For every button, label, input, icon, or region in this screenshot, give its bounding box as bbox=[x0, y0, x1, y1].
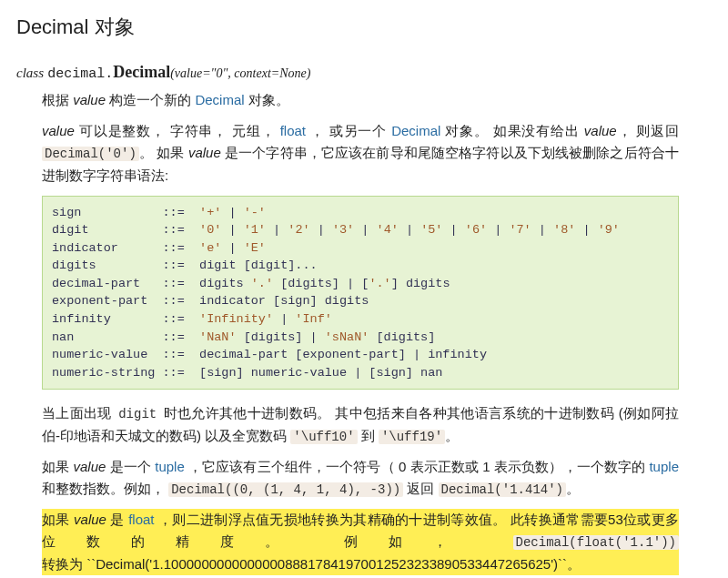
param-value: value bbox=[73, 92, 106, 107]
para-float-highlighted: 如果 value 是 float ，则二进制浮点值无损地转换为其精确的十进制等效… bbox=[42, 509, 679, 574]
keyword-class: class bbox=[16, 66, 44, 80]
para-tuple: 如果 value 是一个 tuple ，它应该有三个组件，一个符号（ 0 表示正… bbox=[42, 456, 679, 500]
code-decimal-float: Decimal(float('1.1')) bbox=[513, 535, 679, 550]
text: 到 bbox=[358, 428, 379, 443]
param-value: value bbox=[584, 123, 617, 138]
text: 对象。 如果没有给出 bbox=[440, 123, 583, 138]
text: 当上面出现 bbox=[42, 405, 116, 421]
para-value-types: value 可以是整数， 字符串， 元组， float ， 或另一个 Decim… bbox=[42, 120, 679, 186]
text: 转换为 ``Decimal('1.10000000000000008881784… bbox=[42, 553, 679, 575]
section-heading: Decimal 对象 bbox=[16, 11, 679, 43]
link-tuple[interactable]: tuple bbox=[155, 459, 185, 474]
class-name: Decimal bbox=[113, 63, 170, 81]
param-value: value bbox=[74, 512, 106, 527]
grammar-block: sign ::= '+' | '-' digit ::= '0' | '1' |… bbox=[42, 196, 679, 390]
text: 返回 bbox=[403, 481, 438, 496]
text: 是一个 bbox=[106, 459, 155, 474]
signature-params: (value="0", context=None) bbox=[170, 66, 310, 80]
text: 。 bbox=[445, 428, 459, 443]
param-value: value bbox=[74, 459, 106, 474]
grammar-token-digit: digit bbox=[116, 407, 159, 421]
link-float[interactable]: float bbox=[128, 512, 154, 527]
param-value: value bbox=[188, 145, 221, 160]
text: 根据 bbox=[42, 92, 73, 107]
link-float[interactable]: float bbox=[280, 123, 306, 138]
code-decimal-1414: Decimal('1.414') bbox=[439, 482, 566, 497]
param-value: value bbox=[42, 123, 75, 138]
text: 对象。 bbox=[245, 92, 289, 107]
para-intro: 根据 value 构造一个新的 Decimal 对象。 bbox=[42, 89, 679, 111]
text: 是 bbox=[106, 512, 128, 527]
class-signature: class decimal.Decimal(value="0", context… bbox=[16, 59, 679, 86]
code-uff10: '\uff10' bbox=[290, 430, 357, 444]
code-uff19: '\uff19' bbox=[379, 430, 445, 444]
text: 可以是整数， 字符串， 元组， bbox=[75, 123, 280, 138]
text: ，它应该有三个组件，一个符号（ 0 表示正数或 1 表示负数），一个数字的 bbox=[185, 459, 650, 474]
text: 构造一个新的 bbox=[106, 92, 195, 107]
text: 和整数指数。例如， bbox=[42, 481, 168, 496]
link-decimal[interactable]: Decimal bbox=[195, 92, 244, 107]
text: 。 如果 bbox=[139, 145, 188, 160]
text: 如果 bbox=[42, 512, 74, 527]
code-decimal-zero: Decimal('0') bbox=[42, 147, 139, 161]
link-tuple[interactable]: tuple bbox=[649, 459, 679, 474]
text: 如果 bbox=[42, 459, 74, 474]
text: ， 或另一个 bbox=[306, 123, 391, 138]
para-other-digits: 当上面出现 digit 时也允许其他十进制数码。 其中包括来自各种其他语言系统的… bbox=[42, 402, 679, 447]
link-decimal[interactable]: Decimal bbox=[391, 123, 440, 138]
code-decimal-tuple: Decimal((0, (1, 4, 1, 4), -3)) bbox=[168, 482, 403, 497]
module-path: decimal. bbox=[47, 66, 113, 82]
text: 。 bbox=[566, 481, 580, 496]
text: ， 则返回 bbox=[617, 123, 679, 138]
